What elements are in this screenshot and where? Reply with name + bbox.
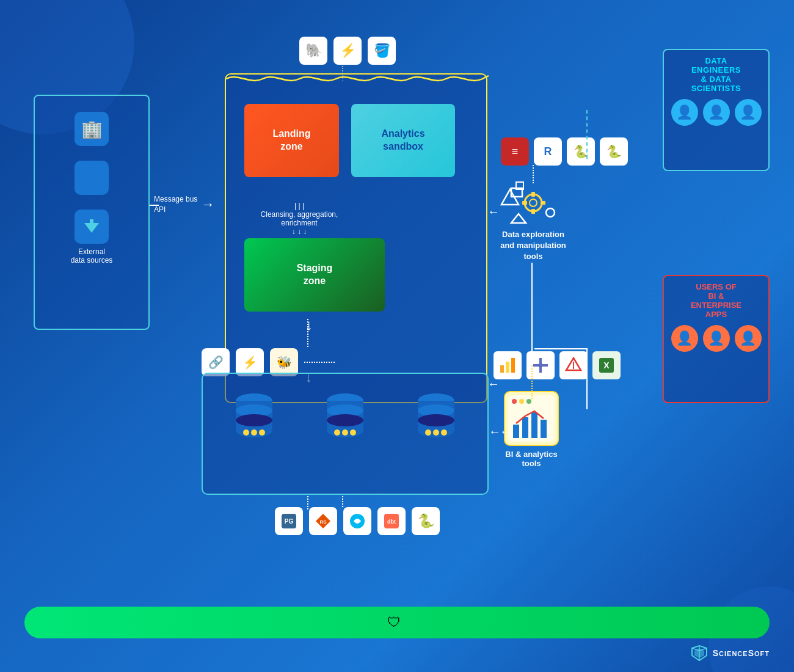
sciencesoft-logo: SCIENCESOFT xyxy=(690,643,770,663)
s3-icon: 🪣 xyxy=(368,37,396,65)
wavy-border xyxy=(226,73,489,85)
engineer-icon-3: 👤 xyxy=(735,99,762,126)
redshift-icon: RS xyxy=(309,507,337,535)
svg-point-20 xyxy=(259,429,265,436)
svg-point-50 xyxy=(512,399,517,404)
bi-user-icon-2: 👤 xyxy=(703,325,730,352)
svg-point-34 xyxy=(425,429,431,436)
dotted-dw-to-tools xyxy=(307,496,308,509)
exploration-tools-label: Data explorationand manipulationtools xyxy=(494,229,573,263)
excel-icon: X xyxy=(592,351,621,379)
powerbi-icon xyxy=(494,351,522,379)
dotted-bi-vertical xyxy=(531,365,533,399)
svg-text:dbt: dbt xyxy=(387,519,396,525)
svg-text:RS: RS xyxy=(319,519,327,525)
svg-text:PG: PG xyxy=(285,518,294,525)
svg-rect-41 xyxy=(539,367,542,373)
svg-point-51 xyxy=(519,399,524,404)
data-engineers-box: DATAENGINEERS& DATASCIENTISTS 👤 👤 👤 xyxy=(663,49,770,171)
sciencesoft-name: SCIENCESOFT xyxy=(713,648,770,658)
svg-rect-40 xyxy=(539,358,542,364)
external-data-label: Externaldata sources xyxy=(71,247,113,265)
bi-analytics-tools-container: BI & analyticstools xyxy=(504,391,565,468)
arrow-to-exploration: ← xyxy=(487,205,500,219)
svg-rect-4 xyxy=(531,192,535,197)
python-icon: 🐍 xyxy=(567,137,595,166)
dotted-proc-line xyxy=(304,362,335,363)
svg-rect-55 xyxy=(531,412,537,438)
arrow-bi-analytics-left: ← xyxy=(500,425,512,439)
svg-text:X: X xyxy=(603,360,610,370)
svg-point-25 xyxy=(327,414,363,426)
staging-zone-text: Stagingzone xyxy=(297,262,333,288)
data-marts-row xyxy=(209,392,481,442)
talend-icon xyxy=(343,507,371,535)
svg-point-35 xyxy=(433,429,439,436)
bi-analytics-icon xyxy=(504,391,559,446)
analytics-sandbox: Analyticssandbox xyxy=(351,104,455,177)
line-ds-to-bus xyxy=(150,205,159,206)
engineer-icon-1: 👤 xyxy=(671,99,698,126)
landing-zone-text: Landingzone xyxy=(272,128,310,153)
redis-icon: ≡ xyxy=(501,137,529,166)
svg-rect-39 xyxy=(511,358,515,373)
r-icon: R xyxy=(534,137,562,166)
ds-customer-apps: 👤 xyxy=(75,161,109,199)
governance-bar: 🛡 xyxy=(24,607,770,638)
svg-rect-6 xyxy=(522,201,527,205)
svg-point-28 xyxy=(350,429,356,436)
message-bus-container: Message busAPI → xyxy=(154,194,214,215)
postgresql-icon: PG xyxy=(275,507,303,535)
bi-user-icon-1: 👤 xyxy=(671,325,698,352)
top-tools-row: 🐘 ⚡ 🪣 xyxy=(299,37,396,65)
svg-point-2 xyxy=(525,194,542,211)
svg-rect-44 xyxy=(539,363,542,367)
ds-external-data: Externaldata sources xyxy=(71,210,113,265)
bi-user-icon-3: 👤 xyxy=(735,325,762,352)
snakemake-icon-bottom: 🐍 xyxy=(412,507,440,535)
svg-point-33 xyxy=(418,414,454,426)
svg-rect-43 xyxy=(542,364,548,367)
data-mart-2 xyxy=(324,392,366,442)
svg-point-3 xyxy=(530,199,537,206)
data-mart-3 xyxy=(415,392,457,442)
bi-analytics-tools-label: BI & analyticstools xyxy=(498,450,565,468)
svg-point-18 xyxy=(243,429,249,436)
customer-apps-icon: 👤 xyxy=(75,161,109,195)
dotted-bottom xyxy=(342,496,343,507)
engineer-icon-2: 👤 xyxy=(703,99,730,126)
data-engineer-icons: 👤 👤 👤 xyxy=(671,99,762,126)
hadoop-icon: 🐘 xyxy=(299,37,327,65)
svg-point-10 xyxy=(546,208,555,217)
svg-rect-56 xyxy=(541,420,547,438)
line-bi-top xyxy=(534,348,586,349)
analytics-sandbox-text: Analyticssandbox xyxy=(381,128,424,153)
message-bus-label: Message busAPI xyxy=(154,194,197,215)
landing-zone: Landingzone xyxy=(244,104,339,177)
arrow-to-lake: → xyxy=(201,197,214,213)
svg-point-27 xyxy=(342,429,348,436)
svg-rect-1 xyxy=(90,219,93,224)
staging-zone: Stagingzone xyxy=(244,238,385,312)
cleansing-text: | | |Cleansing, aggregation,enrichment↓ … xyxy=(238,202,360,236)
sciencesoft-logo-icon xyxy=(690,643,709,663)
data-mart-1 xyxy=(233,392,275,442)
external-data-icon xyxy=(75,210,109,244)
svg-rect-53 xyxy=(513,425,519,438)
dotted-line-engineers xyxy=(586,110,588,159)
svg-rect-42 xyxy=(533,364,539,367)
data-warehouse-box xyxy=(202,373,489,495)
spark-icon-top: ⚡ xyxy=(333,37,362,65)
svg-point-26 xyxy=(334,429,340,436)
svg-rect-38 xyxy=(506,362,509,373)
svg-point-17 xyxy=(236,414,272,426)
enterprise-apps-icon: 🏢 xyxy=(75,112,109,146)
bi-users-title: USERS OFBI &ENTERPRISEAPPS xyxy=(691,282,741,319)
svg-rect-5 xyxy=(531,209,535,214)
svg-marker-11 xyxy=(511,214,526,223)
svg-point-52 xyxy=(526,399,531,404)
arrow-to-dw: ↓ xyxy=(305,316,313,334)
dotted-lake-to-proc xyxy=(307,319,308,347)
bi-tool-icons-row: X xyxy=(494,351,621,379)
exploration-icon-group xyxy=(494,177,567,226)
